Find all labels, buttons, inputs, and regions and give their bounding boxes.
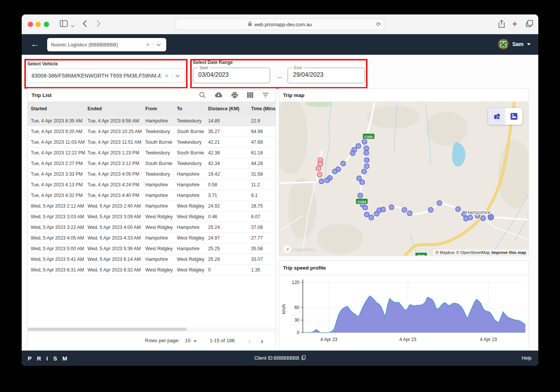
scrollbar-thumb[interactable] [28,328,187,331]
cell-time: 11.2 [251,182,275,187]
sidebar-caret-icon[interactable] [71,22,75,29]
chevron-down-icon[interactable] [156,42,161,46]
trip-point-marker[interactable] [356,144,361,149]
column-header[interactable]: Started [31,106,88,111]
share-icon[interactable] [498,20,505,30]
new-tab-icon[interactable]: + [512,20,517,28]
trip-point-marker[interactable] [428,208,433,213]
trip-point-marker[interactable] [341,161,346,166]
trip-point-marker[interactable] [360,180,365,185]
chevron-down-icon[interactable] [175,73,180,77]
cell-to: Tewkesbury [177,118,208,124]
table-row[interactable]: Wed, 5 Apr 2023 6:31 AMWed, 5 Apr 2023 6… [28,265,275,275]
trip-point-marker[interactable] [481,216,486,221]
table-row[interactable]: Tue, 4 Apr 2023 4:13 PMTue, 4 Apr 2023 4… [28,179,275,190]
column-header[interactable]: Distance (KM) [208,106,251,111]
trip-point-marker[interactable] [317,172,322,177]
column-header[interactable]: Ended [88,106,145,111]
table-row[interactable]: Tue, 4 Apr 2023 3:33 PMTue, 4 Apr 2023 4… [28,169,275,179]
trip-point-marker[interactable] [437,201,442,206]
search-icon[interactable] [199,92,206,98]
cell-to: West Ridgley [177,257,208,262]
table-row[interactable]: Wed, 5 Apr 2023 5:41 AMWed, 5 Apr 2023 6… [28,254,275,265]
trip-point-marker[interactable] [316,166,321,171]
export-download-icon[interactable] [215,92,223,98]
trip-point-marker[interactable] [364,164,369,169]
table-row[interactable]: Tue, 4 Apr 2023 11:03 AMTue, 4 Apr 2023 … [28,137,275,148]
table-row[interactable]: Tue, 4 Apr 2023 12:22 PMTue, 4 Apr 2023 … [28,148,275,158]
trip-point-marker[interactable] [407,211,412,216]
column-header[interactable]: From [145,106,177,111]
trip-point-marker[interactable] [364,212,369,217]
rows-per-page-select[interactable]: 15 [185,338,196,343]
trip-point-marker[interactable] [325,178,330,183]
window-close-button[interactable] [28,22,33,27]
trip-point-marker[interactable] [364,158,369,163]
window-minimize-button[interactable] [35,22,41,27]
back-button[interactable] [83,20,87,29]
horizontal-scrollbar[interactable] [28,327,275,331]
copy-icon[interactable] [302,355,306,361]
cell-from: South Burnie [145,161,177,166]
trip-point-marker[interactable] [358,193,363,198]
table-row[interactable]: Wed, 5 Apr 2023 4:05 AMWed, 5 Apr 2023 4… [28,233,275,243]
trip-point-marker[interactable] [364,151,369,156]
column-header[interactable]: Time (Mins) [251,106,275,111]
trip-point-marker[interactable] [362,169,367,174]
app-back-button[interactable]: ← [31,39,39,49]
table-row[interactable]: Wed, 5 Apr 2023 2:12 AMWed, 5 Apr 2023 2… [28,201,275,211]
trip-point-marker[interactable] [381,207,386,212]
client-select-clear-icon[interactable]: ✕ [143,42,153,48]
address-bar[interactable]: web.prismapp-dev.com.au ⟳ [175,19,385,30]
table-row[interactable]: Wed, 5 Apr 2023 5:00 AMWed, 5 Apr 2023 5… [28,243,275,254]
trip-table-body: Tue, 4 Apr 2023 8:35 AMTue, 4 Apr 2023 8… [28,116,275,275]
cell-started: Wed, 5 Apr 2023 3:22 AM [31,225,88,230]
table-row[interactable]: Tue, 4 Apr 2023 9:20 AMTue, 4 Apr 2023 1… [28,126,275,137]
cell-to: Hampshire [177,225,208,230]
window-zoom-button[interactable] [44,22,49,27]
help-link[interactable]: Help [522,355,531,361]
trip-point-marker[interactable] [318,162,323,167]
trip-point-marker[interactable] [389,205,394,210]
sidebar-toggle-icon[interactable] [60,20,68,29]
trip-point-marker[interactable] [319,179,324,184]
cell-ended: Wed, 5 Apr 2023 4:00 AM [88,225,145,230]
trip-point-marker[interactable] [364,146,369,151]
table-row[interactable]: Tue, 4 Apr 2023 2:27 PMTue, 4 Apr 2023 3… [28,158,275,169]
trip-point-marker[interactable] [350,151,355,156]
trip-point-marker[interactable] [362,140,367,144]
table-row[interactable]: Tue, 4 Apr 2023 8:35 AMTue, 4 Apr 2023 8… [28,116,275,126]
vehicle-clear-icon[interactable]: ✕ [162,73,172,79]
map-points-layer-button[interactable] [488,108,505,125]
start-date-field[interactable]: Start 03/04/2023 [193,68,270,83]
trip-point-marker[interactable] [402,208,407,213]
mapbox-credit-link[interactable]: © Mapbox [436,250,455,255]
improve-map-link[interactable]: Improve this map [492,250,526,255]
print-icon[interactable] [231,92,238,98]
trip-point-marker[interactable] [456,207,461,212]
trip-point-marker[interactable] [468,215,473,220]
trip-point-marker[interactable] [363,205,368,210]
reload-icon[interactable]: ⟳ [376,21,381,28]
column-header[interactable]: To [177,106,208,111]
vehicle-select[interactable]: 83008-386/F59NM/KENWORTH T659 PM36,F59NM… [27,68,185,83]
end-date-field[interactable]: End 29/04/2023 [288,68,365,83]
table-row[interactable]: Tue, 4 Apr 2023 4:32 PMTue, 4 Apr 2023 4… [28,190,275,201]
trip-point-marker[interactable] [369,215,374,220]
table-row[interactable]: Wed, 5 Apr 2023 3:22 AMWed, 5 Apr 2023 4… [28,222,275,233]
previous-page-button[interactable]: ‹ [246,337,253,344]
mapbox-logo[interactable]: mapbox [283,245,316,253]
filter-icon[interactable] [262,92,269,98]
next-page-button[interactable]: › [258,337,266,344]
map-canvas[interactable]: C101C103B18 Hampshire mapbox [279,102,528,256]
forward-button[interactable] [96,20,101,29]
trip-point-marker[interactable] [332,169,337,174]
user-menu[interactable]: Sam [498,39,531,49]
client-select[interactable]: Nuonic Logistics (BBBBBBBB) ✕ [47,38,166,51]
table-row[interactable]: Wed, 5 Apr 2023 3:03 AMWed, 5 Apr 2023 3… [28,211,275,222]
view-columns-icon[interactable] [247,92,253,98]
osm-credit-link[interactable]: © OpenStreetMap [456,250,490,255]
trip-map-panel: Trip map [279,88,529,256]
tab-overview-icon[interactable] [526,20,533,29]
map-satellite-layer-button[interactable] [505,108,522,125]
